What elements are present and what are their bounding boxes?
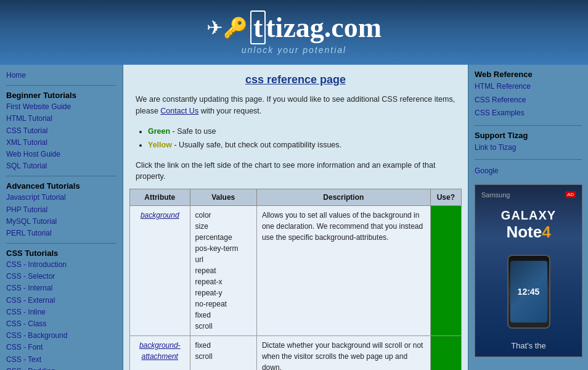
attr-background-attachment[interactable]: background-attachment: [130, 336, 190, 371]
ad-screen: 12:45: [510, 261, 547, 323]
home-link[interactable]: Home: [6, 70, 116, 81]
intro-text: We are constantly updating this page. If…: [123, 91, 468, 122]
ad-bottom-text: That's the: [511, 341, 546, 350]
support-title: Support Tizag: [475, 131, 582, 140]
ad-note-model: Note4: [501, 223, 556, 242]
use-background-attachment: [430, 336, 461, 371]
sidebar-css-external[interactable]: CSS - External: [6, 295, 116, 306]
col-header-values: Values: [190, 189, 256, 206]
sidebar-css-intro[interactable]: CSS - Introduction: [6, 259, 116, 271]
ad-badge: AD: [565, 191, 576, 198]
sidebar-css-internal[interactable]: CSS - Internal: [6, 282, 116, 294]
center-content: css reference page We are constantly upd…: [123, 65, 468, 370]
tagline: unlock your potential: [242, 45, 346, 55]
sidebar-mysql-tutorial[interactable]: MySQL Tutorial: [6, 216, 116, 228]
sidebar-css-font[interactable]: CSS - Font: [6, 342, 116, 353]
green-label: Green: [148, 127, 170, 136]
sidebar-css-class[interactable]: CSS - Class: [6, 318, 116, 330]
sidebar-perl-tutorial[interactable]: PERL Tutorial: [6, 228, 116, 239]
ad-box: Samsung AD GALAXY Note4 12:45 That's the: [475, 184, 582, 357]
page-title: css reference page: [123, 65, 468, 91]
sidebar-php-tutorial[interactable]: PHP Tutorial: [6, 204, 116, 216]
col-header-description: Description: [256, 189, 430, 206]
link-to-tizag[interactable]: Link to Tizag: [475, 141, 582, 155]
html-reference-link[interactable]: HTML Reference: [475, 80, 582, 94]
sidebar-css-inline[interactable]: CSS - Inline: [6, 306, 116, 318]
beginner-title: Beginner Tutorials: [6, 91, 116, 100]
sidebar-html-tutorial[interactable]: HTML Tutorial: [6, 113, 116, 125]
ad-phone-image: 12:45: [507, 255, 550, 329]
google-link[interactable]: Google: [475, 165, 582, 178]
site-header: ✈🔑 ttizag.com unlock your potential: [0, 0, 588, 65]
sidebar-css-tutorial[interactable]: CSS Tutorial: [6, 125, 116, 137]
yellow-label: Yellow: [148, 141, 172, 149]
css-reference-link[interactable]: CSS Reference: [475, 94, 582, 107]
sidebar-first-website[interactable]: First Website Guide: [6, 101, 116, 113]
desc-background-attachment: Dictate whether your background will scr…: [256, 336, 430, 371]
ad-galaxy: GALAXY: [501, 208, 556, 223]
desc-background: Allows you to set all values of the back…: [256, 206, 430, 336]
use-background: [430, 206, 461, 336]
col-header-attribute: Attribute: [130, 189, 190, 206]
ad-product: GALAXY Note4: [501, 208, 556, 242]
sidebar-css-text[interactable]: CSS - Text: [6, 354, 116, 366]
main-layout: Home Beginner Tutorials First Website Gu…: [0, 65, 588, 370]
logo-area: ✈🔑 ttizag.com: [206, 11, 382, 44]
sidebar-sql-tutorial[interactable]: SQL Tutorial: [6, 160, 116, 172]
advanced-title: Advanced Tutorials: [6, 181, 116, 191]
values-background: colorsizepercentagepos-key-termurlrepeat…: [190, 206, 256, 336]
sidebar-xml-tutorial[interactable]: XML Tutorial: [6, 137, 116, 149]
logo-icon: ✈🔑: [206, 16, 248, 39]
left-sidebar: Home Beginner Tutorials First Website Gu…: [0, 65, 123, 370]
bullet-list: Green - Safe to use Yellow - Usually saf…: [123, 122, 468, 157]
sidebar-javascript-tutorial[interactable]: Javascript Tutorial: [6, 192, 116, 204]
logo-text: ttizag.com: [250, 11, 382, 44]
table-row: background-attachment fixedscroll Dictat…: [130, 336, 462, 371]
attr-background[interactable]: background: [130, 206, 190, 336]
css-title: CSS Tutorials: [6, 249, 116, 258]
right-sidebar: Web Reference HTML Reference CSS Referen…: [468, 65, 588, 370]
ad-brand: Samsung: [481, 191, 510, 199]
table-row: background colorsizepercentagepos-key-te…: [130, 206, 462, 336]
sidebar-webhost-guide[interactable]: Web Host Guide: [6, 149, 116, 160]
click-info: Click the link on the left side of the c…: [123, 157, 468, 189]
logo-t-box: t: [250, 10, 266, 44]
values-background-attachment: fixedscroll: [190, 336, 256, 371]
web-ref-title: Web Reference: [475, 70, 582, 79]
sidebar-css-background[interactable]: CSS - Background: [6, 330, 116, 342]
sidebar-home[interactable]: Home: [6, 70, 116, 81]
reference-table: Attribute Values Description Use? backgr…: [129, 189, 462, 370]
css-examples-link[interactable]: CSS Examples: [475, 107, 582, 120]
col-header-use: Use?: [430, 189, 461, 206]
sidebar-css-padding[interactable]: CSS - Padding: [6, 366, 116, 370]
sidebar-css-selector[interactable]: CSS - Selector: [6, 271, 116, 282]
contact-link[interactable]: Contact Us: [160, 107, 198, 115]
